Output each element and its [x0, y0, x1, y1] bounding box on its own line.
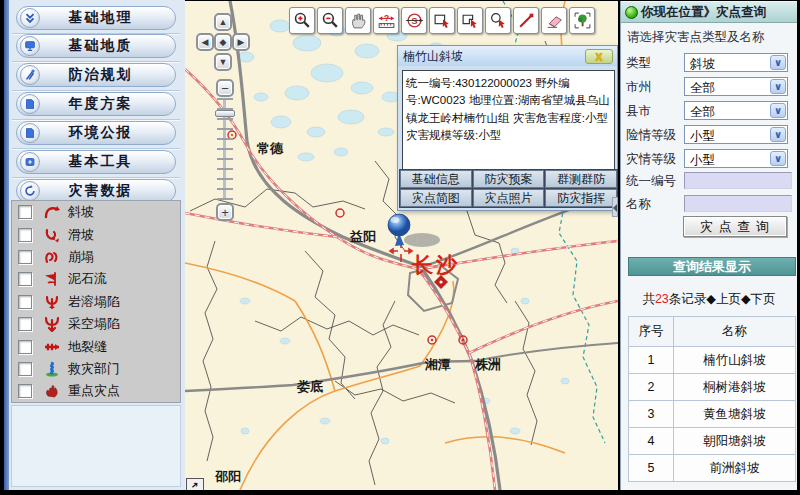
- next-page-link[interactable]: ◆下页: [741, 292, 776, 306]
- pagination: 共23条记录◆上页◆下页: [621, 291, 797, 308]
- layer-label: 重点灾点: [68, 382, 120, 400]
- tools-icon: [20, 65, 40, 85]
- prefecture-select[interactable]: 全部 ∨: [684, 77, 788, 96]
- chevron-down-icon: ∨: [770, 79, 786, 94]
- zoom-slider-handle[interactable]: [215, 110, 235, 117]
- layer-row-ground-fissure[interactable]: 地裂缝: [12, 335, 180, 357]
- layer-checkbox[interactable]: [18, 317, 32, 331]
- field-label: 类型: [626, 55, 651, 72]
- breadcrumb: 你现在位置》灾点查询: [621, 2, 797, 23]
- layer-checkbox[interactable]: [18, 272, 32, 286]
- column-header-name: 名称: [674, 317, 796, 347]
- layer-label: 采空塌陷: [68, 315, 120, 333]
- document-icon: [20, 94, 40, 114]
- layer-checkbox[interactable]: [18, 250, 32, 264]
- layer-label: 斜坡: [68, 203, 94, 221]
- select-value: 斜坡: [690, 56, 715, 73]
- layer-row-debris-flow[interactable]: 泥石流: [12, 268, 180, 290]
- results-table-header-row: 序号 名称: [629, 317, 796, 347]
- layer-row-collapse[interactable]: 崩塌: [12, 246, 180, 268]
- risk-level-select[interactable]: 小型 ∨: [684, 125, 788, 144]
- layer-row-rescue-department[interactable]: 救灾部门: [12, 358, 180, 380]
- layer-checkbox[interactable]: [18, 205, 32, 219]
- pan-down-button[interactable]: ▼: [214, 53, 232, 71]
- sidebar-item-basic-geology[interactable]: 基础地质: [16, 34, 176, 58]
- overview-map-toggle[interactable]: ➔: [186, 478, 204, 490]
- pan-left-button[interactable]: ◀: [196, 33, 214, 51]
- field-label: 统一编号: [626, 173, 676, 190]
- app-window: 基础地理 基础地质 防治规划 年度方案 环境公报 基本工具 灾害: [0, 0, 800, 495]
- layer-row-slope[interactable]: 斜坡: [12, 201, 180, 223]
- layer-row-mining-collapse[interactable]: 采空塌陷: [12, 313, 180, 335]
- layer-checkbox[interactable]: [18, 362, 32, 376]
- form-row-name: 名称: [621, 194, 797, 214]
- column-header-no: 序号: [629, 317, 674, 347]
- popup-tab-prevention-plan[interactable]: 防灾预案: [473, 170, 545, 188]
- zoom-in-tool-button[interactable]: [289, 7, 315, 34]
- layer-checkbox[interactable]: [18, 295, 32, 309]
- scale-tool-button[interactable]: S: [401, 7, 427, 34]
- urban-area: [404, 233, 440, 247]
- circle-select-tool-button[interactable]: [485, 7, 511, 34]
- rect-select-tool-button[interactable]: [429, 7, 455, 34]
- center-icon: ◆: [220, 37, 227, 47]
- layer-checkbox[interactable]: [18, 228, 32, 242]
- row-name: 桐树港斜坡: [674, 374, 796, 401]
- sidebar-item-basic-geography[interactable]: 基础地理: [16, 6, 176, 30]
- full-extent-tool-button[interactable]: [569, 7, 595, 34]
- zoom-out-tool-button[interactable]: [317, 7, 343, 34]
- select-value: 全部: [690, 104, 715, 121]
- zoom-out-button[interactable]: −: [216, 79, 234, 97]
- popup-tab-photos[interactable]: 灾点照片: [473, 189, 545, 207]
- field-label: 险情等级: [626, 127, 676, 144]
- pan-tool-button[interactable]: [345, 7, 371, 34]
- layer-label: 泥石流: [68, 270, 107, 288]
- table-row[interactable]: 4 朝阳塘斜坡: [629, 428, 796, 455]
- layer-row-key-disaster-point[interactable]: 重点灾点: [12, 380, 180, 402]
- layer-label: 救灾部门: [68, 360, 120, 378]
- right-arrow-icon: ▶: [238, 37, 245, 47]
- map-canvas[interactable]: 常德 益阳 长沙 湘潭 株洲 娄底 邵阳 ▲ ◀ ◆ ▶ ▼ − + ? S: [185, 1, 618, 490]
- popup-tab-group-monitor[interactable]: 群测群防: [545, 170, 617, 188]
- pan-up-button[interactable]: ▲: [214, 13, 232, 31]
- disaster-level-select[interactable]: 小型 ∨: [684, 149, 788, 168]
- county-select[interactable]: 全部 ∨: [684, 101, 788, 120]
- popup-tab-basic-info[interactable]: 基础信息: [400, 170, 472, 188]
- panel-collapse-handle[interactable]: [612, 197, 618, 217]
- popup-tab-command[interactable]: 防灾指挥: [545, 189, 617, 207]
- layer-row-karst-collapse[interactable]: 岩溶塌陷: [12, 291, 180, 313]
- sidebar-item-prevention-planning[interactable]: 防治规划: [16, 63, 176, 87]
- pan-hand-icon: [349, 11, 368, 30]
- row-name: 前洲斜坡: [674, 455, 796, 482]
- measure-tool-button[interactable]: ?: [373, 7, 399, 34]
- query-submit-button[interactable]: 灾 点 查 询: [683, 216, 787, 237]
- layer-checkbox[interactable]: [18, 340, 32, 354]
- layer-checkbox[interactable]: [18, 384, 32, 398]
- results-table: 序号 名称 1 楠竹山斜坡 2 桐树港斜坡 3 黄鱼塘斜坡 4 朝阳塘斜坡 5 …: [628, 316, 796, 482]
- draw-line-tool-button[interactable]: [513, 7, 539, 34]
- document-icon: [20, 123, 40, 143]
- pan-center-button[interactable]: ◆: [214, 33, 232, 51]
- sidebar-item-environment-bulletin[interactable]: 环境公报: [16, 121, 176, 145]
- city-label-loudi: 娄底: [296, 379, 323, 394]
- zoom-in-button[interactable]: +: [216, 203, 234, 221]
- table-row[interactable]: 3 黄鱼塘斜坡: [629, 401, 796, 428]
- prev-page-link[interactable]: ◆上页: [706, 292, 741, 306]
- pan-right-button[interactable]: ▶: [232, 33, 250, 51]
- layer-row-landslide[interactable]: 滑坡: [12, 223, 180, 245]
- sidebar-item-annual-plan[interactable]: 年度方案: [16, 92, 176, 116]
- unified-number-input[interactable]: [684, 172, 792, 189]
- type-select[interactable]: 斜坡 ∨: [684, 53, 788, 72]
- polygon-select-tool-button[interactable]: [457, 7, 483, 34]
- table-row[interactable]: 2 桐树港斜坡: [629, 374, 796, 401]
- table-row[interactable]: 1 楠竹山斜坡: [629, 347, 796, 374]
- sidebar-item-basic-tools[interactable]: 基本工具: [16, 150, 176, 174]
- select-value: 全部: [690, 80, 715, 97]
- zoom-slider-track[interactable]: [217, 98, 233, 200]
- table-row[interactable]: 5 前洲斜坡: [629, 455, 796, 482]
- ground-fissure-icon: [40, 338, 64, 356]
- eraser-tool-button[interactable]: [541, 7, 567, 34]
- close-icon[interactable]: X: [585, 49, 613, 64]
- popup-tab-sketch[interactable]: 灾点简图: [400, 189, 472, 207]
- name-input[interactable]: [684, 195, 792, 212]
